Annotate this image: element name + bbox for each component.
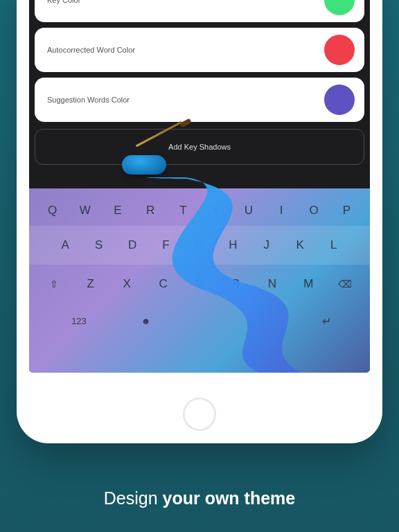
backspace-key[interactable]: ⌫ xyxy=(327,278,363,290)
key-s[interactable]: S xyxy=(82,238,115,252)
option-label: Autocorrected Word Color xyxy=(47,46,135,54)
option-label: Suggestion Words Color xyxy=(47,96,130,104)
key-v[interactable]: V xyxy=(181,277,218,291)
key-t[interactable]: T xyxy=(167,204,200,218)
add-key-shadows-button[interactable]: Add Key Shadows xyxy=(35,129,364,165)
keyboard-preview: Q W E R T Y U I O P A S D F G H J K L xyxy=(29,188,370,373)
key-f[interactable]: F xyxy=(149,238,182,252)
key-g[interactable]: G xyxy=(183,238,216,252)
caption-bold: your own theme xyxy=(163,488,296,508)
key-c[interactable]: C xyxy=(145,277,181,291)
key-o[interactable]: O xyxy=(298,204,330,218)
key-d[interactable]: D xyxy=(116,238,149,252)
theme-options-list: Key Color Autocorrected Word Color Sugge… xyxy=(29,0,370,122)
numbers-key[interactable]: 123 xyxy=(39,316,119,326)
key-k[interactable]: K xyxy=(283,238,317,252)
key-i[interactable]: I xyxy=(265,204,297,218)
key-b[interactable]: B xyxy=(218,277,254,291)
home-button[interactable] xyxy=(183,398,216,431)
keyboard-row-2: A S D F G H J K L xyxy=(29,226,370,265)
button-label: Add Key Shadows xyxy=(168,143,231,151)
key-y[interactable]: Y xyxy=(200,204,232,218)
paint-roller-icon xyxy=(122,155,166,175)
period-key[interactable]: . xyxy=(240,316,293,326)
key-e[interactable]: E xyxy=(101,204,134,218)
key-m[interactable]: M xyxy=(290,277,326,291)
keyboard-row-3: ⇧ Z X C V B N M ⌫ xyxy=(29,265,370,303)
tablet-device: Key Color Autocorrected Word Color Sugge… xyxy=(17,0,382,443)
marketing-caption: Design your own theme xyxy=(0,488,399,508)
keyboard-row-4: 123 ☻ . ↵ xyxy=(29,303,370,338)
key-q[interactable]: Q xyxy=(36,204,69,218)
caption-text: Design xyxy=(104,488,163,508)
key-x[interactable]: X xyxy=(109,277,145,291)
key-j[interactable]: J xyxy=(250,238,283,252)
key-a[interactable]: A xyxy=(48,238,82,252)
screen: Key Color Autocorrected Word Color Sugge… xyxy=(29,0,370,373)
color-swatch[interactable] xyxy=(324,35,355,65)
key-w[interactable]: W xyxy=(69,204,101,218)
key-l[interactable]: L xyxy=(317,238,351,252)
color-swatch[interactable] xyxy=(324,85,355,115)
option-label: Key Color xyxy=(47,0,80,4)
emoji-key[interactable]: ☻ xyxy=(119,316,172,326)
return-key[interactable]: ↵ xyxy=(293,314,360,328)
key-r[interactable]: R xyxy=(134,204,167,218)
key-n[interactable]: N xyxy=(254,277,290,291)
option-key-color[interactable]: Key Color xyxy=(35,0,364,22)
key-z[interactable]: Z xyxy=(72,277,108,291)
option-autocorrected-word-color[interactable]: Autocorrected Word Color xyxy=(35,28,364,72)
key-h[interactable]: H xyxy=(216,238,249,252)
key-u[interactable]: U xyxy=(232,204,265,218)
keyboard-row-1: Q W E R T Y U I O P xyxy=(29,188,370,226)
option-suggestion-words-color[interactable]: Suggestion Words Color xyxy=(35,78,364,122)
key-p[interactable]: P xyxy=(330,204,363,218)
color-swatch[interactable] xyxy=(324,0,355,15)
shift-key[interactable]: ⇧ xyxy=(36,278,72,290)
